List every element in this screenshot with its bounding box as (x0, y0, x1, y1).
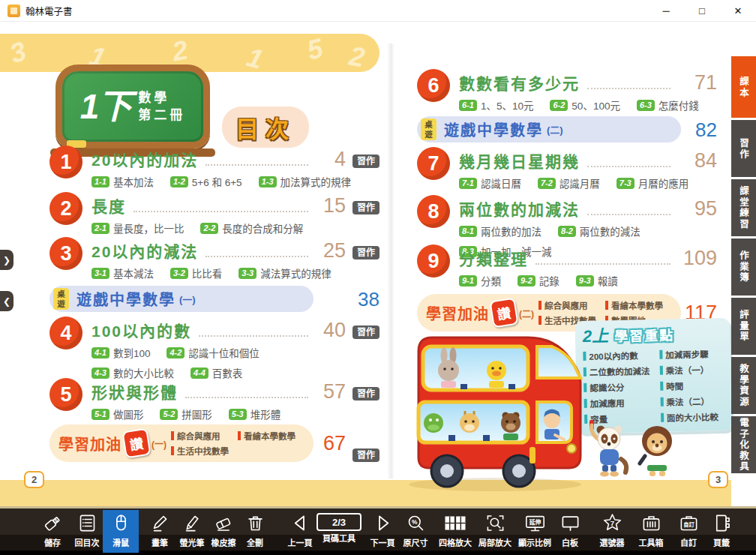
edge-arrow-prev[interactable]: ❮ (0, 291, 14, 311)
mouse-tool[interactable]: 滑鼠 (103, 510, 139, 553)
workbook-badge[interactable]: 習作 (352, 201, 380, 214)
toc-subitem[interactable]: 1-3加法算式的規律 (259, 174, 351, 189)
toc-subitem[interactable]: 7-3月曆的應用 (616, 176, 688, 190)
toc-subitem[interactable]: 4-3數的大小比較 (92, 365, 174, 380)
page-tabs-tool[interactable]: 頁籤 (704, 510, 740, 553)
toc-subitem[interactable]: 9-2記錄 (518, 273, 560, 288)
chapter-page-number[interactable]: 4 (316, 151, 346, 168)
boost-page-number[interactable]: 67 (323, 434, 346, 454)
tab-textbook[interactable]: 課本 (731, 56, 756, 118)
chapter-title[interactable]: 100以內的數 (92, 323, 191, 339)
toc-chapter-4[interactable]: 4 100以內的數 40 習作 4-1數到100 4-2認識十位和個位 4-3數… (50, 318, 380, 380)
pen-tool[interactable]: 畫筆 (142, 510, 178, 553)
prev-page-tool[interactable]: 上一頁 (282, 510, 318, 553)
toc-chapter-9[interactable]: 9 分類整理 109 9-1分類 9-2記錄 9-3報讀 (417, 246, 717, 288)
tab-workbook[interactable]: 習作 (731, 120, 756, 177)
workbook-badge[interactable]: 習作 (352, 387, 380, 400)
back-to-toc-tool[interactable]: 回目次 (69, 510, 105, 553)
toc-subitem[interactable]: 7-1認識日曆 (459, 176, 521, 190)
workbook-badge[interactable]: 習作 (352, 154, 380, 168)
tab-digital-tools[interactable]: 電子化教具 (731, 416, 756, 473)
workbook-badge[interactable]: 習作 (352, 246, 380, 260)
game-pill[interactable]: 桌遊 遊戲中學數學 (二) (417, 116, 681, 142)
toc-subitem[interactable]: 4-4百數表 (190, 365, 242, 380)
toc-subitem[interactable]: 2-2長度的合成和分解 (200, 220, 303, 236)
save-tool[interactable]: 儲存 (34, 510, 70, 553)
toc-subitem[interactable]: 3-3減法算式的規律 (238, 266, 331, 280)
chapter-page-number[interactable]: 95 (678, 200, 717, 218)
workbook-badge[interactable]: 習作 (352, 326, 380, 339)
partial-zoom-tool[interactable]: 局部放大 (474, 510, 516, 553)
number-picker-tool[interactable]: 7 選號器 (594, 510, 630, 553)
chapter-title[interactable]: 兩位數的加減法 (459, 202, 580, 218)
game-row-2[interactable]: 桌遊 遊戲中學數學 (二) 82 (417, 116, 717, 142)
chapter-page-number[interactable]: 15 (316, 197, 346, 214)
toc-subitem[interactable]: 5-1做圖形 (92, 406, 143, 422)
toc-subitem[interactable]: 2-1量長度，比一比 (92, 220, 184, 236)
toc-chapter-2[interactable]: 2 長度 15 習作 2-1量長度，比一比 2-2長度的合成和分解 (50, 194, 380, 236)
chapter-title[interactable]: 長度 (92, 199, 126, 214)
page-number-tool[interactable]: 2/3 頁碼工具 (318, 510, 360, 553)
toc-chapter-1[interactable]: 1 20以內的加法 4 習作 1-1基本加法 1-25+6 和 6+5 1-3加… (50, 147, 380, 189)
tab-teaching-resources[interactable]: 教學資源 (731, 357, 756, 414)
toc-subitem[interactable]: 7-2認識月曆 (538, 176, 600, 190)
tab-class-practice[interactable]: 課堂練習 (731, 179, 756, 236)
chapter-page-number[interactable]: 109 (678, 250, 717, 267)
toc-subitem[interactable]: 4-2認識十位和個位 (166, 345, 259, 360)
chapter-title[interactable]: 20以內的加法 (92, 152, 198, 168)
highlighter-tool[interactable]: 螢光筆 (174, 510, 210, 553)
chapter-page-number[interactable]: 71 (678, 74, 717, 92)
toc-chapter-6[interactable]: 6 數數看有多少元 71 6-11、5、10元 6-250、100元 6-3怎麼… (417, 70, 717, 112)
toc-subitem[interactable]: 1-1基本加法 (92, 174, 154, 189)
chapter-page-number[interactable]: 40 (316, 322, 346, 339)
tab-homework-book[interactable]: 作業簿 (731, 238, 756, 296)
minimize-button[interactable]: ─ (648, 0, 684, 21)
toc-subitem[interactable]: 5-2拼圖形 (160, 406, 212, 422)
chapter-title[interactable]: 形狀與形體 (92, 385, 178, 400)
toc-subitem[interactable]: 6-11、5、10元 (459, 98, 533, 112)
toc-chapter-3[interactable]: 3 20以內的減法 25 習作 3-1基本減法 3-2比比看 3-3減法算式的規… (50, 238, 380, 280)
delete-all-tool[interactable]: 全刪 (237, 510, 273, 553)
chapter-title[interactable]: 分類整理 (459, 251, 528, 267)
toc-subitem[interactable]: 3-2比比看 (170, 266, 222, 280)
toolbox-tool[interactable]: 工具箱 (633, 510, 669, 553)
toc-subitem[interactable]: 3-1基本減法 (92, 266, 154, 280)
toc-chapter-5[interactable]: 5 形狀與形體 57 習作 5-1做圖形 5-2拼圖形 5-3堆形體 (50, 380, 380, 422)
chapter-title[interactable]: 幾月幾日星期幾 (459, 154, 580, 170)
toc-subitem[interactable]: 9-3報讀 (576, 273, 618, 288)
maximize-button[interactable]: □ (684, 0, 720, 21)
toc-subitem[interactable]: 8-2兩位數的減法 (558, 224, 640, 238)
chapter-page-number[interactable]: 84 (678, 152, 717, 170)
game-page-number[interactable]: 38 (358, 290, 380, 309)
toc-subitem[interactable]: 9-1分類 (459, 273, 501, 288)
toc-subitem[interactable]: 8-1兩位數的加法 (459, 224, 542, 238)
toc-subitem[interactable]: 6-3怎麼付錢 (637, 98, 699, 112)
custom-tool[interactable]: 自訂 自訂 (670, 510, 706, 553)
game-row-1[interactable]: 桌遊 遊戲中學數學 (一) 38 (50, 286, 380, 312)
game-pill[interactable]: 桌遊 遊戲中學數學 (一) (50, 286, 314, 312)
game-page-number[interactable]: 82 (695, 120, 717, 140)
original-size-tool[interactable]: % 原尺寸 (398, 510, 434, 553)
toc-subitem[interactable]: 6-250、100元 (550, 98, 620, 112)
chapter-page-number[interactable]: 25 (316, 242, 346, 260)
boost-row-1[interactable]: 學習加油 讚 (一) 綜合與應用 生活中找數學 看繪本學數學 67 習作 (50, 424, 380, 462)
toc-subitem[interactable]: 4-1數到100 (92, 345, 150, 360)
page-indicator[interactable]: 2/3 (316, 513, 362, 531)
toc-subitem[interactable]: 1-25+6 和 6+5 (170, 174, 242, 189)
toc-chapter-7[interactable]: 7 幾月幾日星期幾 84 7-1認識日曆 7-2認識月曆 7-3月曆的應用 (417, 148, 717, 190)
chapter-title[interactable]: 數數看有多少元 (459, 76, 580, 92)
close-button[interactable]: ✕ (720, 0, 756, 21)
chapter-number-badge: 4 (50, 316, 82, 350)
chapter-title[interactable]: 20以內的減法 (92, 244, 198, 260)
chapter-page-number[interactable]: 57 (316, 383, 346, 400)
workbook-badge[interactable]: 習作 (352, 448, 380, 462)
tab-assessment-sheet[interactable]: 評量單 (731, 298, 756, 355)
whiteboard-tool[interactable]: 白板 (552, 510, 588, 553)
toc-subitem[interactable]: 5-3堆形體 (229, 406, 280, 422)
four-pane-zoom-tool[interactable]: 四格放大 (434, 510, 476, 553)
display-ratio-tool[interactable]: 延伸 顯示比例 (514, 510, 556, 553)
edge-arrow-next[interactable]: ❯ (0, 250, 14, 270)
next-page-tool[interactable]: 下一頁 (364, 510, 400, 553)
eraser-tool[interactable]: 橡皮擦 (206, 510, 242, 553)
boost-pill[interactable]: 學習加油 讚 (一) 綜合與應用 生活中找數學 看繪本學數學 (50, 424, 314, 462)
